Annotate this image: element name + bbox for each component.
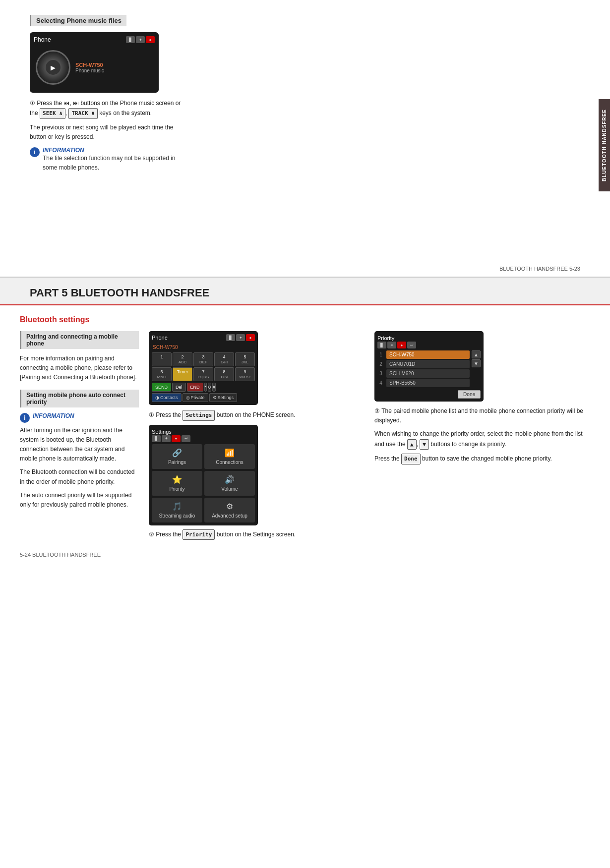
battery-icon-3: ● bbox=[172, 435, 181, 442]
priority-num-3: 3 bbox=[377, 371, 384, 376]
dial-star[interactable]: * bbox=[204, 383, 207, 392]
top-section: Selecting Phone music files Phone ▊ ✦ ● … bbox=[0, 0, 610, 278]
music-control-wheel[interactable]: ▶ bbox=[36, 50, 70, 85]
priority-row-4[interactable]: 4 SPH-B5650 bbox=[377, 379, 470, 387]
end-button[interactable]: END bbox=[187, 383, 203, 392]
col-right: Priority ▊ ✦ ● ↩ 1 bbox=[374, 331, 590, 544]
dial-device-name: SCH-W750 bbox=[153, 345, 254, 350]
pairings-icon: 🔗 bbox=[172, 448, 182, 458]
priority-row-3[interactable]: 3 SCH-M620 bbox=[377, 369, 470, 378]
priority-up-arrow[interactable]: ▲ bbox=[472, 350, 481, 358]
bluetooth-settings-title: Bluetooth settings bbox=[20, 315, 590, 324]
back-icon: ↩ bbox=[182, 435, 190, 442]
priority-item[interactable]: ⭐ Priority bbox=[152, 471, 202, 496]
next-btn-icon: ⏭ bbox=[73, 100, 80, 107]
settings-badge: Settings bbox=[183, 410, 215, 421]
dial-hash[interactable]: # bbox=[212, 383, 216, 392]
dial-5[interactable]: 5JKL bbox=[235, 352, 255, 366]
signal-icon-4: ▊ bbox=[377, 342, 386, 348]
part-header-text: PART 5 BLUETOOTH HANDSFREE bbox=[30, 287, 580, 299]
settings-dial-button[interactable]: ⚙ Settings bbox=[209, 393, 238, 402]
seek-key: SEEK ∧ bbox=[40, 108, 65, 119]
priority-row-2[interactable]: 2 CANU701D bbox=[377, 360, 470, 368]
col-left: Pairing and connecting a mobile phone Fo… bbox=[20, 331, 139, 544]
contacts-button[interactable]: ◑ Contacts bbox=[152, 393, 182, 402]
dial-2[interactable]: 2ABC bbox=[173, 352, 192, 366]
priority-done-row: Done bbox=[377, 390, 481, 399]
priority-row-1[interactable]: 1 SCH-W750 bbox=[377, 350, 470, 359]
step3-text-3: Press the Done button to save the change… bbox=[374, 454, 590, 464]
streaming-label: Streaming audio bbox=[159, 513, 195, 519]
connections-icon: 📶 bbox=[225, 448, 235, 458]
volume-item[interactable]: 🔊 Volume bbox=[204, 471, 255, 496]
dial-action-row: SEND Del END * 0 # bbox=[152, 383, 255, 392]
battery-icon-2: ● bbox=[246, 334, 255, 341]
connections-item[interactable]: 📶 Connections bbox=[204, 444, 255, 469]
advanced-item[interactable]: ⚙ Advanced setup bbox=[204, 498, 255, 522]
done-button[interactable]: Done bbox=[458, 390, 481, 399]
step1-num: ① bbox=[149, 411, 154, 418]
bt-icon-2: ✦ bbox=[236, 334, 245, 341]
signal-icon: ▊ bbox=[126, 36, 135, 43]
dial-zero[interactable]: 0 bbox=[208, 383, 211, 392]
dial-grid[interactable]: 1 2ABC 3DEF 4GHI 5JKL 6MNO Timer 7PQRS 8… bbox=[152, 352, 255, 381]
play-pause-button[interactable]: ▶ bbox=[46, 60, 61, 75]
step2-text: ② Press the Priority button on the Setti… bbox=[149, 529, 365, 540]
info-text-2-1: After turning on the car ignition and th… bbox=[20, 426, 139, 464]
info-label: INFORMATION bbox=[43, 147, 191, 154]
advanced-label: Advanced setup bbox=[212, 513, 247, 519]
priority-num-1: 1 bbox=[377, 352, 384, 357]
pairing-header: Pairing and connecting a mobile phone bbox=[20, 331, 139, 349]
streaming-icon: 🎵 bbox=[172, 502, 182, 511]
priority-screen-title: Priority bbox=[377, 335, 394, 341]
phone-status-icons: ▊ ✦ ● bbox=[226, 334, 255, 341]
phone-screen-top: Phone ▊ ✦ ● ▶ SCH-W750 Phone music bbox=[30, 32, 159, 93]
priority-name-3: SCH-M620 bbox=[386, 369, 470, 378]
bt-icon-3: ✦ bbox=[162, 435, 171, 442]
del-button[interactable]: Del bbox=[172, 383, 186, 392]
settings-grid: 🔗 Pairings 📶 Connections ⭐ Priority bbox=[152, 444, 255, 522]
dial-3[interactable]: 3DEF bbox=[193, 352, 213, 366]
streaming-item[interactable]: 🎵 Streaming audio bbox=[152, 498, 202, 522]
advanced-icon: ⚙ bbox=[226, 502, 233, 511]
dial-1[interactable]: 1 bbox=[152, 352, 172, 366]
timer-button[interactable]: Timer bbox=[173, 367, 192, 381]
page-number-bottom: 5-24 BLUETOOTH HANDSFREE bbox=[20, 552, 590, 558]
priority-badge: Priority bbox=[183, 529, 215, 540]
priority-down-arrow[interactable]: ▼ bbox=[472, 359, 481, 367]
track-key: TRACK ∨ bbox=[68, 108, 97, 119]
dial-9[interactable]: 9WXYZ bbox=[235, 367, 255, 381]
priority-name-4: SPH-B5650 bbox=[386, 379, 470, 387]
priority-name-2: CANU701D bbox=[386, 360, 470, 368]
step3-text-2: When wishing to change the priority orde… bbox=[374, 429, 590, 450]
contacts-icon: ◑ bbox=[155, 395, 159, 400]
pairings-item[interactable]: 🔗 Pairings bbox=[152, 444, 202, 469]
info-icon-2: i bbox=[20, 413, 30, 423]
side-tab: BLUETOOTH HANDSFREE bbox=[599, 99, 610, 191]
priority-screen: Priority ▊ ✦ ● ↩ 1 bbox=[374, 331, 484, 402]
info-text-2-3: The auto connect priority will be suppor… bbox=[20, 491, 139, 510]
col-mid: Phone ▊ ✦ ● SCH-W750 1 2ABC bbox=[149, 331, 365, 544]
step1-text: ① Press the Settings button on the PHONE… bbox=[149, 410, 365, 421]
dial-6[interactable]: 6MNO bbox=[152, 367, 172, 381]
down-btn-badge: ▼ bbox=[420, 439, 429, 450]
priority-list: 1 SCH-W750 2 CANU701D 3 SCH-M620 bbox=[377, 350, 481, 388]
battery-icon-4: ● bbox=[397, 342, 406, 348]
phone-screen-dial: Phone ▊ ✦ ● SCH-W750 1 2ABC bbox=[149, 331, 258, 405]
priority-name-1: SCH-W750 bbox=[386, 350, 470, 359]
volume-icon: 🔊 bbox=[225, 475, 235, 484]
bt-icon-4: ✦ bbox=[387, 342, 396, 348]
step3-num: ③ bbox=[374, 407, 380, 414]
priority-label: Priority bbox=[169, 486, 184, 492]
priority-header: Setting mobile phone auto connect priori… bbox=[20, 390, 139, 407]
send-button[interactable]: SEND bbox=[152, 383, 171, 392]
dial-7[interactable]: 7PQRS bbox=[193, 367, 213, 381]
bottom-section: PART 5 BLUETOOTH HANDSFREE Bluetooth set… bbox=[0, 278, 610, 568]
private-button[interactable]: ◎ Private bbox=[183, 393, 208, 402]
device-name: SCH-W750 bbox=[75, 62, 104, 68]
dial-8[interactable]: 8TUV bbox=[214, 367, 234, 381]
dial-4[interactable]: 4GHI bbox=[214, 352, 234, 366]
priority-arrows: ▲ ▼ bbox=[472, 350, 481, 367]
signal-icon-2: ▊ bbox=[226, 334, 235, 341]
track-info: SCH-W750 Phone music bbox=[75, 62, 104, 73]
